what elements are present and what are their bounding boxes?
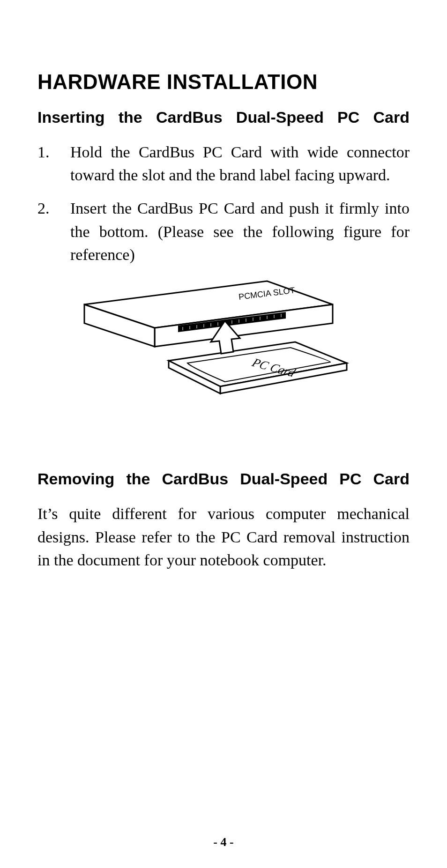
section-removing-title: Removing the CardBus Dual-Speed PC Card <box>37 468 410 490</box>
page-number: - 4 - <box>0 835 447 849</box>
document-page: HARDWARE INSTALLATION Inserting the Card… <box>0 0 447 868</box>
pcmcia-diagram-icon: PCMCIA SLOT PC Card <box>70 276 351 417</box>
step-text: Insert the CardBus PC Card and push it f… <box>70 197 410 266</box>
page-title: HARDWARE INSTALLATION <box>37 70 410 94</box>
section-inserting-title: Inserting the CardBus Dual-Speed PC Card <box>37 107 410 128</box>
section-removing-body: It’s quite different for various compute… <box>37 502 410 571</box>
steps-list: 1. Hold the CardBus PC Card with wide co… <box>37 141 410 266</box>
step-number: 2. <box>37 197 70 220</box>
pcmcia-figure: PCMCIA SLOT PC Card <box>70 276 351 417</box>
list-item: 1. Hold the CardBus PC Card with wide co… <box>37 141 410 187</box>
list-item: 2. Insert the CardBus PC Card and push i… <box>37 197 410 266</box>
step-text: Hold the CardBus PC Card with wide conne… <box>70 141 410 187</box>
step-number: 1. <box>37 141 70 163</box>
